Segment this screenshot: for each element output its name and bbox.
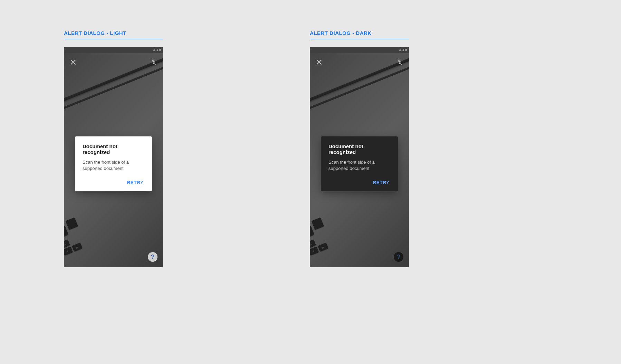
battery-icon (159, 49, 161, 51)
section-header-light: ALERT DIALOG - LIGHT (64, 30, 163, 39)
help-icon: ? (397, 254, 400, 260)
status-bar (310, 47, 409, 53)
close-icon[interactable] (315, 58, 323, 66)
signal-icon (156, 49, 158, 51)
flash-off-icon-svg (397, 59, 402, 65)
alert-dialog-dark-section: ALERT DIALOG - DARK ⇧ ▲ ◀ ▼ ▶ (310, 30, 409, 267)
status-indicator-icon (399, 49, 401, 51)
phone-frame-light: ⇧ ▲ ◀ ▼ ▶ Document not r (64, 47, 163, 267)
alert-dialog-light-section: ALERT DIALOG - LIGHT ⇧ ▲ ◀ ▼ ▶ (64, 30, 163, 267)
camera-top-actions (315, 58, 404, 66)
dialog-actions: RETRY (83, 179, 144, 186)
signal-icon (402, 49, 404, 51)
alert-dialog: Document not recognized Scan the front s… (321, 136, 398, 191)
flash-off-icon[interactable] (395, 58, 404, 66)
retry-button[interactable]: RETRY (126, 179, 144, 186)
dialog-title: Document not recognized (328, 143, 390, 155)
camera-top-actions (69, 58, 158, 66)
dialog-body: Scan the front side of a supported docum… (328, 159, 390, 172)
status-indicator-icon (153, 49, 155, 51)
phone-frame-dark: ⇧ ▲ ◀ ▼ ▶ Document not r (310, 47, 409, 267)
dialog-body: Scan the front side of a supported docum… (83, 159, 144, 172)
battery-icon (405, 49, 407, 51)
dialog-actions: RETRY (328, 179, 390, 186)
help-button[interactable]: ? (394, 252, 403, 262)
close-icon-svg (70, 59, 76, 65)
retry-button[interactable]: RETRY (372, 179, 390, 186)
close-icon[interactable] (69, 58, 77, 66)
section-header-dark: ALERT DIALOG - DARK (310, 30, 409, 39)
help-button[interactable]: ? (148, 252, 157, 262)
flash-off-icon[interactable] (150, 58, 158, 66)
close-icon-svg (316, 59, 322, 65)
flash-off-icon-svg (151, 59, 156, 65)
help-icon: ? (151, 254, 154, 260)
status-bar (64, 47, 163, 53)
dialog-title: Document not recognized (83, 143, 144, 155)
alert-dialog: Document not recognized Scan the front s… (75, 136, 152, 191)
